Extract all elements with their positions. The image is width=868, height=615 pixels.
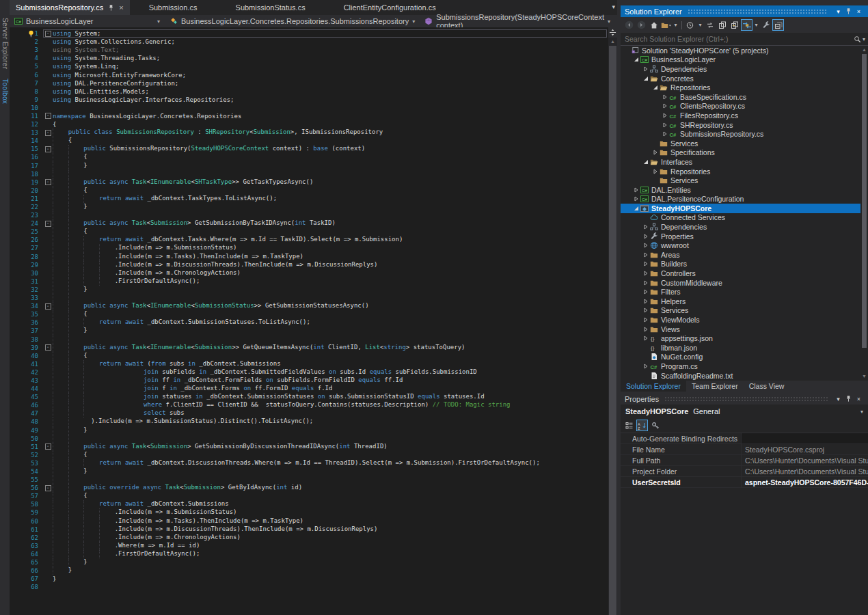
tree-item-interfaces[interactable]: Interfaces bbox=[621, 157, 860, 167]
code-line-65[interactable]: 65} bbox=[10, 558, 608, 566]
breadcrumb-segment-1[interactable]: BusinessLogicLayer.Concretes.Repositorie… bbox=[165, 15, 420, 27]
code-line-9[interactable]: 9using BusinessLogicLayer.Interfaces.Rep… bbox=[10, 96, 608, 104]
tree-item-dependencies[interactable]: Dependencies bbox=[621, 64, 860, 74]
tree-item-views[interactable]: Views bbox=[621, 325, 860, 334]
code-line-68[interactable]: 68 bbox=[10, 583, 608, 591]
split-editor-handle[interactable] bbox=[608, 27, 617, 38]
tree-item-services[interactable]: Services bbox=[621, 139, 860, 148]
expanded-arrow-icon[interactable] bbox=[642, 76, 649, 81]
close-icon[interactable]: × bbox=[854, 8, 864, 15]
tool-window-tab-team-explorer[interactable]: Team Explorer bbox=[686, 381, 744, 392]
forward-icon[interactable] bbox=[636, 19, 647, 31]
fold-marker-icon[interactable]: - bbox=[43, 146, 53, 152]
tree-item-helpers[interactable]: Helpers bbox=[621, 297, 860, 306]
code-line-67[interactable]: 67} bbox=[10, 575, 608, 583]
code-line-6[interactable]: 6using Microsoft.EntityFrameworkCore; bbox=[10, 70, 608, 79]
property-value[interactable] bbox=[742, 433, 868, 443]
code-line-24[interactable]: 24-public async Task<Submission> GetSubm… bbox=[10, 219, 608, 228]
code-line-14[interactable]: 14{ bbox=[10, 137, 608, 145]
chevron-down-icon[interactable]: ▾ bbox=[608, 18, 610, 25]
code-line-10[interactable]: 10 bbox=[10, 104, 608, 112]
pin-icon[interactable] bbox=[843, 395, 854, 402]
code-line-26[interactable]: 26return await _dbContext.Tasks.Where(m … bbox=[10, 236, 608, 244]
tree-item-clientsrepository-cs[interactable]: C#ClientsRepository.cs bbox=[621, 102, 860, 111]
scroll-down-icon[interactable]: ▼ bbox=[860, 372, 868, 381]
editor-vertical-scrollbar[interactable]: ▲ bbox=[608, 27, 617, 615]
collapseall-icon[interactable] bbox=[772, 19, 784, 31]
code-line-15[interactable]: 15-public SubmissionsRepository(SteadyHO… bbox=[10, 145, 608, 153]
expanded-arrow-icon[interactable] bbox=[642, 159, 649, 165]
tree-item-submissionsrepository-cs[interactable]: C#SubmissionsRepository.cs bbox=[621, 129, 860, 139]
search-input[interactable] bbox=[621, 35, 854, 43]
tab-list-chevron-icon[interactable]: ▾ bbox=[612, 3, 615, 10]
tree-item-services[interactable]: Services bbox=[621, 306, 860, 316]
collapsed-arrow-icon[interactable] bbox=[642, 271, 649, 276]
code-line-57[interactable]: 57{ bbox=[10, 492, 608, 500]
collapsed-arrow-icon[interactable] bbox=[662, 113, 668, 118]
code-line-22[interactable]: 22} bbox=[10, 203, 608, 211]
code-line-41[interactable]: 41return await (from subs in _dbContext.… bbox=[10, 360, 608, 368]
tree-item-dependencies[interactable]: Dependencies bbox=[621, 222, 860, 232]
code-line-38[interactable]: 38 bbox=[10, 335, 608, 343]
property-value[interactable]: aspnet-SteadyHOPSCore-8057F46D-39AB-4 bbox=[742, 477, 868, 487]
chevron-down-icon[interactable]: ▾ bbox=[673, 19, 679, 31]
back-icon[interactable] bbox=[623, 19, 635, 31]
tree-item-filesrepository-cs[interactable]: C#FilesRepository.cs bbox=[621, 111, 860, 120]
home-icon[interactable] bbox=[648, 19, 660, 31]
code-line-11[interactable]: 11-namespace BusinessLogicLayer.Concrete… bbox=[10, 112, 608, 120]
tree-item-libman-json[interactable]: {}libman.json bbox=[621, 343, 860, 353]
collapsed-arrow-icon[interactable] bbox=[642, 261, 649, 266]
code-line-49[interactable]: 49} bbox=[10, 426, 608, 435]
fold-marker-icon[interactable]: - bbox=[43, 303, 53, 310]
document-tab-submissionsrepository-cs[interactable]: SubmissionsRepository.cs× bbox=[10, 0, 130, 15]
copydocs2-icon[interactable] bbox=[729, 19, 740, 31]
tree-vertical-scrollbar[interactable]: ▲ ▼ bbox=[860, 46, 868, 381]
breadcrumb-segment-2[interactable]: SubmissionsRepository(SteadyHOPSCoreCont… bbox=[420, 15, 617, 27]
scroll-up-icon[interactable]: ▲ bbox=[608, 38, 617, 46]
server-explorer-vertical-tab[interactable]: Server Explorer bbox=[1, 18, 9, 69]
tree-scrollbar-thumb[interactable] bbox=[862, 54, 867, 348]
code-editor[interactable]: 1-using System;2using System.Collections… bbox=[10, 27, 608, 615]
code-line-66[interactable]: 66} bbox=[10, 566, 608, 575]
code-line-21[interactable]: 21return await _dbContext.TaskTypes.ToLi… bbox=[10, 195, 608, 203]
collapsed-arrow-icon[interactable] bbox=[633, 196, 639, 202]
collapsed-arrow-icon[interactable] bbox=[642, 327, 649, 332]
tree-item-properties[interactable]: Properties bbox=[621, 232, 860, 241]
code-line-51[interactable]: 51-public async Task<Submission> GetSubm… bbox=[10, 443, 608, 451]
collapsed-arrow-icon[interactable] bbox=[642, 299, 649, 304]
code-line-31[interactable]: 31.FirstOrDefaultAsync(); bbox=[10, 277, 608, 286]
tree-item-steadyhopscore[interactable]: SteadyHOPSCore bbox=[621, 204, 860, 213]
code-line-28[interactable]: 28.Include(m => m.Tasks).ThenInclude(m =… bbox=[10, 253, 608, 261]
tree-item-scaffoldingreadme-txt[interactable]: ScaffoldingReadme.txt bbox=[621, 371, 860, 381]
tool-window-tab-class-view[interactable]: Class View bbox=[744, 381, 790, 392]
code-line-3[interactable]: 3using System.Text; bbox=[10, 46, 608, 54]
toolbox-vertical-tab[interactable]: Toolbox bbox=[1, 79, 9, 104]
collapsed-arrow-icon[interactable] bbox=[662, 131, 668, 137]
clockfilter-icon[interactable] bbox=[685, 19, 696, 31]
properties-object-selector[interactable]: SteadyHOPSCore General ▾ bbox=[621, 405, 868, 418]
collapsed-arrow-icon[interactable] bbox=[662, 122, 668, 128]
search-icon[interactable] bbox=[854, 36, 861, 43]
code-line-46[interactable]: 46 where f.ClientID == ClientID && statu… bbox=[10, 401, 608, 409]
code-line-19[interactable]: 19-public async Task<IEnumerable<SHTaskT… bbox=[10, 178, 608, 187]
code-line-16[interactable]: 16{ bbox=[10, 153, 608, 161]
copydocs-icon[interactable] bbox=[716, 19, 728, 31]
code-line-42[interactable]: 42 join subFields in _dbContext.Submitte… bbox=[10, 368, 608, 377]
fold-marker-icon[interactable]: - bbox=[43, 113, 53, 119]
expanded-arrow-icon[interactable] bbox=[633, 57, 639, 62]
code-line-18[interactable]: 18 bbox=[10, 170, 608, 178]
collapsed-arrow-icon[interactable] bbox=[662, 103, 668, 109]
collapsed-arrow-icon[interactable] bbox=[642, 289, 649, 295]
code-line-60[interactable]: 60.Include(m => m.Tasks).ThenInclude(m =… bbox=[10, 517, 608, 525]
expanded-arrow-icon[interactable] bbox=[652, 85, 658, 90]
code-line-12[interactable]: 12{ bbox=[10, 120, 608, 128]
chevron-down-icon[interactable]: ▾ bbox=[157, 18, 160, 25]
code-line-35[interactable]: 35{ bbox=[10, 310, 608, 318]
scroll-up-icon[interactable]: ▲ bbox=[860, 46, 868, 54]
tree-item-repositories[interactable]: Repositories bbox=[621, 83, 860, 92]
fold-marker-icon[interactable]: - bbox=[43, 179, 53, 185]
code-line-37[interactable]: 37} bbox=[10, 327, 608, 335]
code-line-58[interactable]: 58return await _dbContext.Submissions bbox=[10, 500, 608, 508]
tree-item-solution-steadyhopscore-5-projects[interactable]: Solution 'SteadyHOPSCore' (5 projects) bbox=[621, 46, 860, 55]
code-line-2[interactable]: 2using System.Collections.Generic; bbox=[10, 38, 608, 46]
